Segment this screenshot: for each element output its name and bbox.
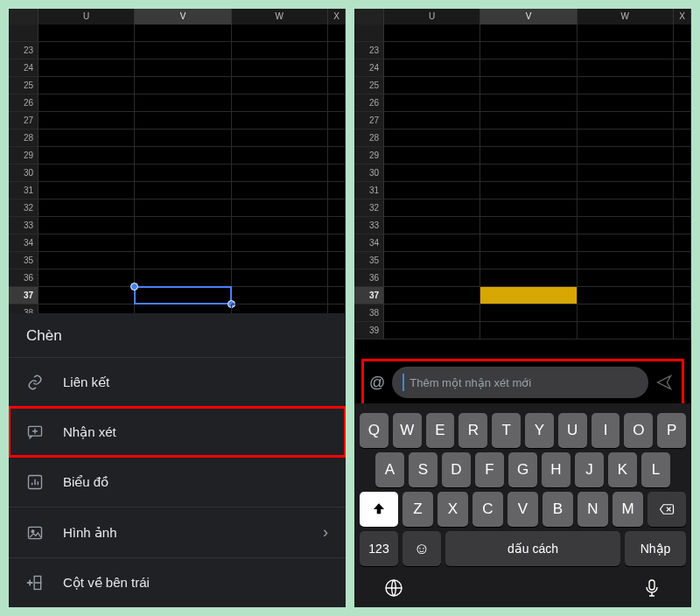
row-header[interactable]: 39 <box>354 322 384 340</box>
cell[interactable] <box>480 200 577 217</box>
row-header[interactable]: 35 <box>9 252 38 270</box>
cell[interactable] <box>38 217 135 234</box>
row-header[interactable]: 37 <box>9 287 38 304</box>
key-v[interactable]: V <box>508 492 538 527</box>
cell[interactable] <box>328 60 346 77</box>
cell[interactable] <box>232 130 328 147</box>
cell[interactable] <box>384 130 480 147</box>
key-c[interactable]: C <box>472 492 503 527</box>
key-l[interactable]: L <box>641 452 670 487</box>
cell[interactable] <box>384 182 480 200</box>
cell[interactable] <box>578 130 674 147</box>
cell[interactable] <box>480 164 577 182</box>
mic-icon[interactable] <box>641 578 662 598</box>
cell[interactable] <box>384 252 480 270</box>
cell[interactable] <box>328 147 346 164</box>
cell[interactable] <box>135 270 231 287</box>
row-header[interactable]: 34 <box>9 234 38 252</box>
cell[interactable] <box>674 322 691 340</box>
cell[interactable] <box>232 147 328 164</box>
cell[interactable] <box>135 24 231 42</box>
cell[interactable] <box>384 147 480 164</box>
cell[interactable] <box>384 77 480 94</box>
cell[interactable] <box>135 217 231 234</box>
cell[interactable] <box>480 304 577 322</box>
cell[interactable] <box>578 60 674 77</box>
enter-key[interactable]: Nhập <box>625 531 686 566</box>
key-z[interactable]: Z <box>402 492 433 527</box>
cell[interactable] <box>38 287 135 304</box>
row-header[interactable]: 31 <box>354 182 384 200</box>
cell[interactable] <box>328 94 346 112</box>
cell[interactable] <box>135 252 231 270</box>
row-header[interactable]: 28 <box>9 130 38 147</box>
send-icon[interactable] <box>655 374 676 391</box>
row-header[interactable]: 32 <box>9 200 38 217</box>
cell[interactable] <box>384 270 480 287</box>
cell[interactable] <box>232 217 328 234</box>
cell[interactable] <box>232 252 328 270</box>
col-header-selected[interactable]: V <box>480 9 577 24</box>
cell[interactable] <box>674 112 691 130</box>
cell[interactable] <box>135 42 231 60</box>
key-r[interactable]: R <box>458 413 487 448</box>
cell[interactable] <box>578 94 674 112</box>
key-k[interactable]: K <box>608 452 637 487</box>
cell[interactable] <box>674 77 691 94</box>
cell[interactable] <box>38 94 135 112</box>
cell[interactable] <box>578 287 674 304</box>
row-header[interactable]: 23 <box>354 42 384 60</box>
cell[interactable] <box>480 217 577 234</box>
row-header[interactable]: 27 <box>9 112 38 130</box>
key-q[interactable]: Q <box>360 413 388 448</box>
key-o[interactable]: O <box>624 413 653 448</box>
row-header[interactable]: 29 <box>354 147 384 164</box>
cell[interactable] <box>38 130 135 147</box>
cell[interactable] <box>480 24 577 42</box>
key-s[interactable]: S <box>409 452 438 487</box>
cell[interactable] <box>38 252 135 270</box>
col-header-selected[interactable]: V <box>135 9 231 24</box>
row-header[interactable]: 24 <box>9 60 38 77</box>
cell[interactable] <box>328 130 346 147</box>
col-header[interactable]: U <box>384 9 480 24</box>
cell[interactable] <box>578 164 674 182</box>
cell[interactable] <box>232 42 328 60</box>
row-header[interactable]: 25 <box>9 77 38 94</box>
row-header[interactable]: 24 <box>354 60 384 77</box>
key-w[interactable]: W <box>393 413 422 448</box>
cell[interactable] <box>135 60 231 77</box>
insert-image[interactable]: Hình ảnh › <box>9 507 346 557</box>
key-d[interactable]: D <box>442 452 471 487</box>
col-header[interactable]: X <box>328 9 346 24</box>
cell[interactable] <box>674 217 691 234</box>
backspace-key[interactable] <box>648 492 686 527</box>
row-header[interactable]: 35 <box>354 252 384 270</box>
cell[interactable] <box>232 182 328 200</box>
cell[interactable] <box>135 287 231 304</box>
row-header[interactable]: 36 <box>9 270 38 287</box>
cell[interactable] <box>232 270 328 287</box>
cell[interactable] <box>384 24 480 42</box>
key-p[interactable]: P <box>657 413 686 448</box>
cell[interactable] <box>328 200 346 217</box>
key-t[interactable]: T <box>492 413 521 448</box>
cell[interactable] <box>480 60 577 77</box>
cell[interactable] <box>384 94 480 112</box>
cell[interactable] <box>38 147 135 164</box>
cell[interactable] <box>480 147 577 164</box>
cell[interactable] <box>480 130 577 147</box>
cell[interactable] <box>232 112 328 130</box>
cell[interactable] <box>578 182 674 200</box>
cell[interactable] <box>232 94 328 112</box>
cell[interactable] <box>480 270 577 287</box>
row-header[interactable]: 31 <box>9 182 38 200</box>
cell[interactable] <box>674 252 691 270</box>
insert-link[interactable]: Liên kết <box>9 357 346 407</box>
globe-icon[interactable] <box>383 578 404 598</box>
row-header[interactable]: 32 <box>354 200 384 217</box>
spreadsheet-grid[interactable]: 2324252627282930313233343536373839 <box>354 24 691 340</box>
cell[interactable] <box>384 287 480 304</box>
cell[interactable] <box>328 182 346 200</box>
cell[interactable] <box>674 42 691 60</box>
